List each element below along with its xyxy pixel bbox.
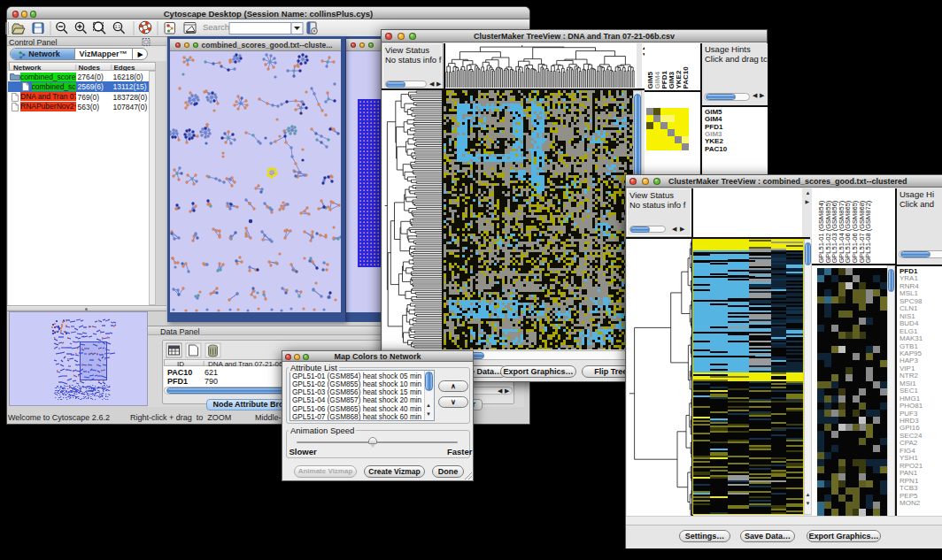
- svg-text:1:1: 1:1: [115, 25, 121, 29]
- svg-text:Search:: Search:: [203, 22, 232, 32]
